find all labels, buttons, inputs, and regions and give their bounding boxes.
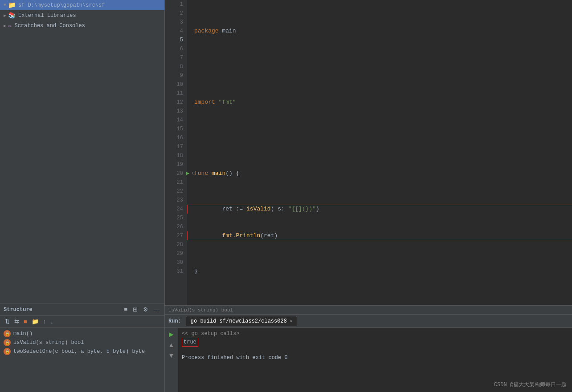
ln-26: 26: [168, 222, 183, 231]
ln-8: 8: [168, 62, 183, 71]
ln-7: 7: [168, 53, 183, 62]
editor-content[interactable]: 1 2 3 4 5 6 7 8 9 10 11 12 13 14 15 16 1: [165, 0, 572, 305]
fold-icon-5[interactable]: ⊟: [192, 169, 195, 178]
code-fn-println: fmt.Println: [194, 231, 260, 240]
run-exit-text: Process finished with exit code 0: [182, 355, 288, 361]
scratch-icon: ✏: [8, 22, 12, 29]
structure-toolbar: ≡ ⊞ ⚙ —: [123, 306, 161, 313]
structure-title: Structure: [4, 307, 33, 313]
struct-btn-1[interactable]: ⇅: [4, 318, 11, 325]
structure-header: Structure ≡ ⊞ ⚙ —: [0, 303, 164, 316]
structure-sort-btn[interactable]: ≡: [123, 306, 129, 313]
tooltip-text: isValid(s string) bool: [168, 307, 233, 313]
code-var-ret: ret: [194, 205, 233, 214]
code-str-brackets: "{[](})": [288, 205, 316, 214]
structure-panel: Structure ≡ ⊞ ⚙ — ⇅ ⇆ ■ 📁 ↑ ↓ 🔒 mai: [0, 303, 164, 392]
sidebar-item-label-scratches: Scratches and Consoles: [14, 23, 85, 29]
expand-arrow-extlibs: ▶: [4, 13, 6, 18]
ln-15: 15: [168, 125, 183, 133]
run-line-setup: << go setup calls>: [182, 330, 568, 338]
ln-6: 6: [168, 44, 183, 53]
structure-sort2-btn[interactable]: ⊞: [131, 306, 139, 313]
sidebar-item-scratches[interactable]: ▶ ✏ Scratches and Consoles: [0, 20, 164, 31]
structure-item-label-twoselectone: twoSelectOne(c bool, a byte, b byte) byt…: [13, 348, 145, 355]
code-line-9: [194, 303, 572, 305]
structure-item-twoselectone[interactable]: 🔒 twoSelectOne(c bool, a byte, b byte) b…: [0, 347, 164, 356]
code-line-4: [194, 133, 572, 142]
run-up-button[interactable]: ▲: [168, 340, 176, 349]
code-kw-import: import: [194, 98, 215, 107]
ln-12: 12: [168, 98, 183, 107]
run-line-blank: [182, 346, 568, 354]
code-punct-paren: ( s:: [271, 205, 288, 214]
code-punct-brace: }: [194, 267, 198, 276]
sidebar-item-extlibs[interactable]: ▶ 📚 External Libraries: [0, 10, 164, 20]
lock-icon-isvalid: 🔒: [4, 339, 11, 346]
ln-31: 31: [168, 267, 183, 276]
run-tab-close-icon[interactable]: ×: [290, 319, 293, 324]
brand-text: CSDN @福大大架构师每日一题: [494, 381, 567, 388]
ln-27: 27: [168, 231, 183, 240]
run-line-exit: Process finished with exit code 0: [182, 354, 568, 362]
code-kw: package: [194, 27, 219, 36]
run-arrow-icon[interactable]: ▶: [186, 169, 189, 178]
sidebar-item-sf[interactable]: ▼ 📁 sf D:\mysetup\gopath\src\sf: [0, 0, 164, 10]
code-punct-assign: :=: [233, 205, 246, 214]
run-play-button[interactable]: ▶: [168, 330, 175, 339]
ln-22: 22: [168, 187, 183, 196]
struct-btn-4[interactable]: 📁: [30, 318, 40, 325]
code-str-fmt: "fmt": [215, 98, 236, 107]
struct-btn-5[interactable]: ↑: [42, 318, 48, 325]
ln-13: 13: [168, 107, 183, 116]
structure-item-main[interactable]: 🔒 main(): [0, 329, 164, 338]
code-line-7: fmt.Println(ret): [194, 231, 572, 240]
structure-collapse-btn[interactable]: —: [152, 306, 161, 313]
run-down-button[interactable]: ▼: [168, 351, 176, 360]
ln-9: 9: [168, 71, 183, 80]
code-body[interactable]: package main import "fmt" ▶ ⊟ func main(: [187, 0, 572, 305]
ln-19: 19: [168, 160, 183, 169]
code-line-8: }: [194, 267, 572, 276]
run-tab-label: go build sf/newclass2/class028: [191, 318, 287, 324]
ln-10: 10: [168, 80, 183, 89]
run-side-toolbar: ▶ ▲ ▼: [165, 328, 178, 392]
run-setup-text: << go setup calls>: [182, 331, 240, 337]
run-tabs: Run: go build sf/newclass2/class028 ×: [165, 315, 572, 328]
ln-11: 11: [168, 89, 183, 98]
library-icon: 📚: [8, 12, 16, 19]
run-tab-active[interactable]: go build sf/newclass2/class028 ×: [186, 316, 298, 326]
structure-item-label-main: main(): [13, 331, 33, 337]
ln-23: 23: [168, 196, 183, 205]
lock-icon-twoselectone: 🔒: [4, 348, 11, 355]
code-punct-println: (ret): [260, 231, 278, 240]
code-punct-close: ): [316, 205, 319, 214]
code-kw-func: func: [194, 169, 208, 178]
sidebar: ▼ 📁 sf D:\mysetup\gopath\src\sf ▶ 📚 Exte…: [0, 0, 165, 392]
structure-settings-btn[interactable]: ⚙: [142, 306, 150, 313]
code-punct: () {: [225, 169, 239, 178]
ln-17: 17: [168, 142, 183, 151]
code-line-6: ret := isValid( s: "{[](})"): [194, 205, 572, 214]
ln-2: 2: [168, 9, 183, 18]
structure-item-isvalid[interactable]: 🔒 isValid(s string) bool: [0, 338, 164, 347]
ln-3: 3: [168, 18, 183, 27]
struct-btn-6[interactable]: ↓: [49, 318, 55, 325]
lock-icon-main: 🔒: [4, 330, 11, 337]
ln-18: 18: [168, 151, 183, 160]
code-line-2: [194, 62, 572, 71]
folder-icon: 📁: [8, 1, 16, 9]
ln-24: 24: [168, 205, 183, 214]
ln-20: 20: [168, 169, 183, 178]
struct-btn-2[interactable]: ⇆: [13, 318, 20, 325]
line-numbers: 1 2 3 4 5 6 7 8 9 10 11 12 13 14 15 16 1: [165, 0, 187, 305]
struct-btn-3[interactable]: ■: [22, 318, 29, 325]
expand-arrow-scratches: ▶: [4, 23, 6, 28]
code-fn-isvalid: isValid: [246, 205, 271, 214]
ln-16: 16: [168, 133, 183, 142]
expand-arrow: ▼: [4, 3, 6, 8]
run-panel: Run: go build sf/newclass2/class028 × ▶ …: [165, 314, 572, 392]
run-line-true: true: [182, 338, 568, 346]
editor-area: 1 2 3 4 5 6 7 8 9 10 11 12 13 14 15 16 1: [165, 0, 572, 392]
main-layout: ▼ 📁 sf D:\mysetup\gopath\src\sf ▶ 📚 Exte…: [0, 0, 572, 392]
ln-29: 29: [168, 249, 183, 258]
